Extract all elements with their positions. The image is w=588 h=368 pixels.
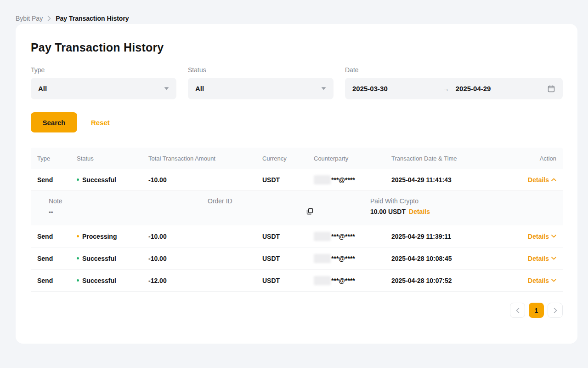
- date-filter: Date 2025-03-30 → 2025-04-29: [345, 66, 563, 99]
- redacted-order-id: [208, 214, 303, 215]
- paid-with-crypto-label: Paid With Crypto: [370, 197, 430, 205]
- search-button[interactable]: Search: [31, 112, 77, 132]
- status-label: Successful: [82, 255, 116, 262]
- note-section: Note --: [49, 197, 208, 225]
- type-select[interactable]: All: [31, 78, 176, 99]
- paid-with-crypto-value: 10.00 USDT Details: [370, 208, 430, 215]
- order-id-value: [208, 208, 370, 215]
- header-type: Type: [37, 155, 77, 162]
- status-label: Successful: [82, 277, 116, 284]
- type-select-value: All: [38, 85, 47, 92]
- cell-currency: USDT: [262, 233, 314, 240]
- chevron-down-icon: [551, 279, 556, 282]
- type-filter: Type All: [31, 66, 176, 99]
- cell-datetime: 2025-04-28 10:07:52: [391, 277, 518, 284]
- cell-counterparty: ***@****: [314, 175, 391, 184]
- caret-down-icon: [321, 87, 326, 90]
- status-dot: [77, 235, 79, 237]
- date-end-value[interactable]: 2025-04-29: [456, 85, 547, 92]
- status-dot: [77, 279, 79, 282]
- status-select-value: All: [195, 85, 204, 92]
- header-amount: Total Transaction Amount: [148, 155, 262, 162]
- redacted-counterparty: [314, 276, 331, 285]
- paid-with-crypto-section: Paid With Crypto 10.00 USDT Details: [370, 197, 430, 225]
- cell-currency: USDT: [262, 277, 314, 284]
- filter-actions: Search Reset: [31, 112, 562, 132]
- chevron-down-icon: [551, 235, 556, 238]
- cell-datetime: 2025-04-29 11:41:43: [391, 176, 518, 184]
- reset-button[interactable]: Reset: [91, 119, 110, 126]
- header-action: Action: [518, 155, 556, 162]
- cell-counterparty: ***@****: [314, 254, 391, 263]
- status-dot: [77, 257, 79, 259]
- redacted-counterparty: [314, 175, 331, 184]
- date-range-picker[interactable]: 2025-03-30 → 2025-04-29: [345, 78, 563, 99]
- table-header-row: Type Status Total Transaction Amount Cur…: [31, 148, 563, 169]
- status-select[interactable]: All: [188, 78, 334, 99]
- pay-transaction-history-card: Pay Transaction History Type All Status …: [16, 24, 577, 344]
- order-id-section: Order ID: [208, 197, 370, 225]
- breadcrumb: Bybit Pay Pay Transaction History: [0, 0, 588, 24]
- cell-currency: USDT: [262, 255, 314, 262]
- page-1-button[interactable]: 1: [529, 303, 544, 318]
- paid-details-link[interactable]: Details: [409, 208, 430, 215]
- status-label: Processing: [82, 233, 117, 240]
- filters-row: Type All Status All Date 2025-03-30 →: [31, 66, 562, 99]
- cell-type: Send: [37, 176, 77, 184]
- table-row: Send Processing -10.00 USDT ***@**** 202…: [31, 225, 563, 247]
- copy-icon[interactable]: [306, 208, 313, 215]
- cell-counterparty: ***@****: [314, 276, 391, 285]
- status-dot: [77, 178, 79, 181]
- order-id-label: Order ID: [208, 197, 370, 205]
- cell-datetime: 2025-04-29 11:39:11: [391, 233, 518, 240]
- date-start-value[interactable]: 2025-03-30: [352, 85, 388, 92]
- redacted-counterparty: [314, 232, 331, 241]
- table-row: Send Successful -10.00 USDT ***@**** 202…: [31, 169, 563, 191]
- cell-amount: -12.00: [148, 277, 262, 284]
- breadcrumb-current: Pay Transaction History: [56, 15, 129, 22]
- header-datetime: Transaction Date & Time: [391, 155, 518, 162]
- transactions-table: Type Status Total Transaction Amount Cur…: [31, 148, 563, 292]
- status-filter: Status All: [188, 66, 334, 99]
- paid-amount: 10.00 USDT: [370, 208, 406, 215]
- cell-status: Processing: [77, 233, 148, 240]
- chevron-down-icon: [551, 257, 556, 260]
- cell-action: Details: [518, 176, 556, 184]
- cell-datetime: 2025-04-28 10:08:45: [391, 255, 518, 262]
- cell-type: Send: [37, 233, 77, 240]
- header-counterparty: Counterparty: [314, 155, 391, 162]
- cell-status: Successful: [77, 255, 148, 262]
- date-filter-label: Date: [345, 66, 563, 74]
- details-button[interactable]: Details: [528, 176, 556, 184]
- cell-type: Send: [37, 255, 77, 262]
- cell-action: Details: [518, 255, 556, 262]
- counterparty-masked: ***@****: [331, 176, 355, 184]
- cell-status: Successful: [77, 176, 148, 184]
- table-row: Send Successful -10.00 USDT ***@**** 202…: [31, 247, 563, 270]
- note-value: --: [49, 208, 208, 215]
- chevron-up-icon: [551, 178, 556, 181]
- date-range-arrow-icon: →: [443, 85, 449, 92]
- details-button[interactable]: Details: [528, 277, 556, 284]
- counterparty-masked: ***@****: [331, 233, 355, 240]
- redacted-counterparty: [314, 254, 331, 263]
- type-filter-label: Type: [31, 66, 176, 74]
- cell-counterparty: ***@****: [314, 232, 391, 241]
- breadcrumb-bybit-pay[interactable]: Bybit Pay: [16, 15, 43, 22]
- counterparty-masked: ***@****: [331, 255, 355, 262]
- breadcrumb-chevron-icon: [47, 16, 51, 21]
- cell-currency: USDT: [262, 176, 314, 184]
- cell-amount: -10.00: [148, 255, 262, 262]
- calendar-icon[interactable]: [547, 85, 555, 93]
- details-button[interactable]: Details: [528, 255, 556, 262]
- counterparty-masked: ***@****: [331, 277, 355, 284]
- prev-page-button[interactable]: [510, 303, 525, 318]
- caret-down-icon: [164, 87, 169, 90]
- note-label: Note: [49, 197, 208, 205]
- next-page-button[interactable]: [548, 303, 563, 318]
- cell-amount: -10.00: [148, 233, 262, 240]
- details-button[interactable]: Details: [528, 233, 556, 240]
- cell-amount: -10.00: [148, 176, 262, 184]
- cell-action: Details: [518, 233, 556, 240]
- header-status: Status: [77, 155, 148, 162]
